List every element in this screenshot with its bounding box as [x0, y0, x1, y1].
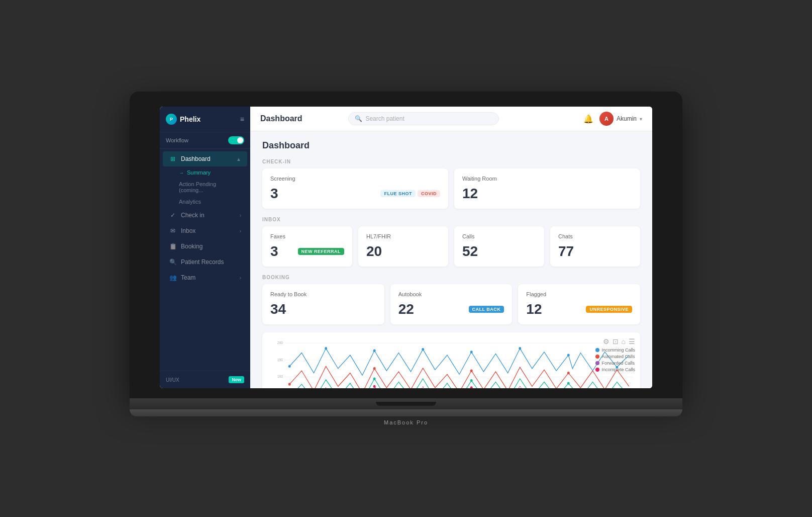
svg-point-14 [470, 351, 473, 353]
chart-settings-icon[interactable]: ⚙ [603, 337, 610, 346]
sidebar-item-inbox[interactable]: ✉ Inbox › [163, 223, 247, 238]
svg-point-20 [470, 370, 473, 372]
sidebar-item-team[interactable]: 👥 Team › [163, 270, 247, 285]
chart-menu-icon[interactable]: ☰ [629, 337, 635, 346]
autobook-card[interactable]: Autobook 22 CALL BACK [390, 284, 513, 324]
ready-to-book-card[interactable]: Ready to Book 34 [262, 284, 384, 324]
top-bar-right: 🔔 A Akumin ▾ [583, 112, 642, 126]
section-label-booking: BOOKING [262, 275, 640, 280]
legend-incoming: Incomming Calls [595, 348, 635, 353]
chats-value-row: 77 [558, 243, 632, 260]
section-label-checkin: CHECK-IN [262, 159, 640, 164]
calls-card[interactable]: Calls 52 [454, 226, 544, 267]
laptop-notch [376, 402, 436, 406]
svg-point-18 [288, 383, 291, 385]
calls-value-row: 52 [462, 243, 536, 260]
svg-point-28 [470, 386, 473, 388]
waiting-room-card-title: Waiting Room [462, 176, 632, 182]
chevron-up-icon: ▲ [236, 156, 241, 162]
sub-arrow-icon: → [179, 170, 184, 176]
legend-label-automated: Automated Calls [601, 354, 635, 359]
svg-point-19 [373, 367, 376, 370]
dashboard-heading: Dashboard [262, 140, 640, 151]
sidebar-item-checkin[interactable]: ✓ Check in › [163, 208, 247, 223]
screening-card[interactable]: Screening 3 FLUE SHOT COVID [262, 168, 448, 209]
svg-point-12 [373, 350, 376, 352]
faxes-value: 3 [270, 243, 278, 260]
chevron-right-inbox-icon: › [240, 228, 241, 234]
flagged-value-row: 12 UNRESPONSIVE [526, 301, 632, 317]
flagged-value: 12 [526, 301, 542, 317]
chevron-right-team-icon: › [240, 275, 241, 281]
autobook-title: Autobook [398, 291, 504, 297]
svg-point-15 [519, 347, 521, 350]
chart-legend: Incomming Calls Automated Calls Forwarde… [595, 348, 635, 372]
subitem-label-analytics: Analytics [179, 199, 201, 205]
svg-point-27 [373, 385, 376, 388]
workflow-toggle[interactable] [228, 136, 244, 144]
bell-icon[interactable]: 🔔 [583, 114, 593, 124]
svg-point-13 [422, 348, 424, 351]
subitem-label-summary: Summary [187, 169, 211, 176]
booking-icon: 📋 [169, 242, 177, 250]
patient-records-icon: 🔍 [169, 258, 177, 266]
hl7-card-title: HL7/FHIR [366, 233, 440, 239]
sidebar-item-booking[interactable]: 📋 Booking [163, 239, 247, 254]
nav-section: ⊞ Dashboard ▲ → Summary Action Pending (… [160, 149, 250, 371]
sidebar-header: P Phelix ≡ [160, 107, 250, 132]
waiting-room-value-row: 12 [462, 186, 632, 202]
user-avatar-area[interactable]: A Akumin ▾ [599, 112, 642, 126]
svg-text:200: 200 [277, 341, 283, 344]
laptop-screen: P Phelix ≡ Workflow ⊞ Dashboard ▲ [160, 107, 652, 388]
legend-incomplete: Incomplete Calls [595, 367, 635, 372]
unresponsive-tag: UNRESPONSIVE [586, 306, 632, 313]
svg-point-25 [567, 382, 570, 384]
svg-point-10 [288, 365, 291, 368]
workflow-label: Workflow [166, 137, 188, 143]
sidebar-item-label-checkin: Check in [181, 212, 205, 219]
svg-text:100: 100 [277, 375, 283, 378]
avatar: A [599, 112, 614, 126]
hl7-value-row: 20 [366, 243, 440, 260]
sidebar-item-dashboard[interactable]: ⊞ Dashboard ▲ [163, 151, 247, 166]
autobook-value-row: 22 CALL BACK [398, 301, 504, 317]
hl7-value: 20 [366, 243, 382, 260]
workflow-row: Workflow [160, 132, 250, 149]
legend-label-incoming: Incomming Calls [601, 348, 635, 353]
hl7-card[interactable]: HL7/FHIR 20 [358, 226, 448, 267]
ready-to-book-value: 34 [270, 301, 286, 317]
hamburger-icon[interactable]: ≡ [240, 115, 244, 123]
faxes-card[interactable]: Faxes 3 NEW REFERRAL [262, 226, 352, 267]
ui-ux-label: UI/UX [166, 377, 179, 383]
laptop-bottom [130, 409, 682, 416]
callback-tag: CALL BACK [469, 306, 504, 313]
chart-home-icon[interactable]: ⌂ [622, 337, 626, 346]
svg-point-21 [567, 372, 570, 374]
sidebar-item-patient-records[interactable]: 🔍 Patient Records [163, 254, 247, 270]
logo-text: Phelix [180, 115, 200, 123]
waiting-room-card[interactable]: Waiting Room 12 [454, 168, 640, 209]
waiting-room-value: 12 [462, 186, 478, 202]
screening-value: 3 [270, 186, 278, 202]
legend-dot-incomplete [595, 368, 599, 372]
line-chart: 200 150 100 50 0 [269, 339, 633, 388]
calls-card-title: Calls [462, 233, 536, 239]
chevron-down-icon: ▾ [640, 116, 642, 122]
chart-expand-icon[interactable]: ⊡ [613, 337, 619, 346]
ready-to-book-value-row: 34 [270, 301, 376, 317]
svg-text:150: 150 [277, 358, 283, 361]
sidebar-subitem-summary[interactable]: → Summary [163, 167, 247, 178]
chats-card[interactable]: Chats 77 [550, 226, 640, 267]
ready-to-book-title: Ready to Book [270, 291, 376, 297]
search-bar[interactable]: 🔍 Search patient [348, 112, 499, 125]
svg-point-24 [470, 379, 473, 382]
svg-point-11 [325, 347, 327, 350]
sidebar-item-label-dashboard: Dashboard [181, 155, 211, 162]
dashboard-icon: ⊞ [169, 155, 177, 163]
checkin-cards-row: Screening 3 FLUE SHOT COVID Wai [262, 168, 640, 209]
sidebar-subitem-analytics[interactable]: Analytics [163, 196, 247, 207]
flagged-card[interactable]: Flagged 12 UNRESPONSIVE [518, 284, 640, 324]
search-placeholder-text: Search patient [365, 115, 404, 122]
sidebar-subitem-action-pending[interactable]: Action Pending (coming... [163, 179, 247, 196]
laptop-base [130, 398, 682, 409]
